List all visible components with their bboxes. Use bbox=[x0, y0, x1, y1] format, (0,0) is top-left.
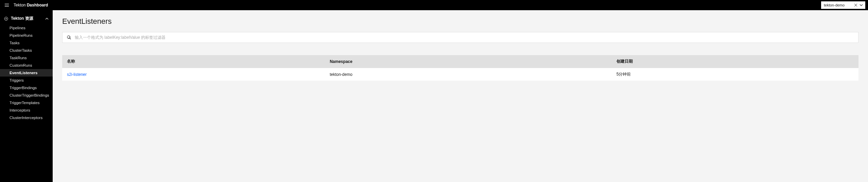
sidebar-item-label: TriggerBindings bbox=[10, 86, 37, 90]
sidebar-item-label: Triggers bbox=[10, 78, 24, 82]
sidebar: Tekton 资源 PipelinesPipelineRunsTasksClus… bbox=[0, 10, 53, 182]
sidebar-nav: PipelinesPipelineRunsTasksClusterTasksTa… bbox=[0, 24, 53, 121]
sidebar-item-pipelines[interactable]: Pipelines bbox=[0, 24, 53, 32]
column-header-name: 名称 bbox=[62, 55, 325, 68]
menu-toggle-button[interactable] bbox=[3, 1, 11, 9]
sidebar-item-eventlisteners[interactable]: EventListeners bbox=[0, 69, 53, 77]
cell-created: 5分钟前 bbox=[612, 68, 858, 81]
sidebar-item-label: ClusterTasks bbox=[10, 48, 32, 52]
sidebar-item-interceptors[interactable]: Interceptors bbox=[0, 106, 53, 114]
sidebar-item-tasks[interactable]: Tasks bbox=[0, 39, 53, 47]
sidebar-item-triggerbindings[interactable]: TriggerBindings bbox=[0, 84, 53, 92]
search-icon bbox=[67, 35, 71, 40]
table-header-row: 名称 Namespace 创建日期 bbox=[62, 55, 858, 68]
resource-table: 名称 Namespace 创建日期 s2i-listenertekton-dem… bbox=[62, 55, 858, 81]
sidebar-item-clusterinterceptors[interactable]: ClusterInterceptors bbox=[0, 114, 53, 121]
namespace-dropdown-button[interactable] bbox=[858, 4, 864, 6]
top-bar: Tekton Dashboard tekton-demo bbox=[0, 0, 868, 10]
column-header-created: 创建日期 bbox=[612, 55, 858, 68]
cell-name: s2i-listener bbox=[62, 68, 325, 81]
clear-namespace-button[interactable] bbox=[853, 3, 858, 7]
resource-link[interactable]: s2i-listener bbox=[67, 72, 87, 77]
label-filter-input[interactable] bbox=[75, 35, 854, 40]
sidebar-section-tekton[interactable]: Tekton 资源 bbox=[0, 13, 53, 24]
sidebar-item-customruns[interactable]: CustomRuns bbox=[0, 62, 53, 69]
sidebar-item-label: TaskRuns bbox=[10, 56, 27, 60]
sidebar-item-label: ClusterTriggerBindings bbox=[10, 93, 49, 97]
cell-namespace: tekton-demo bbox=[325, 68, 611, 81]
main-content: EventListeners 名称 Namespace 创建日期 s2i-lis… bbox=[53, 10, 868, 182]
table-row: s2i-listenertekton-demo5分钟前 bbox=[62, 68, 858, 81]
namespace-value: tekton-demo bbox=[824, 3, 853, 7]
sidebar-item-label: Pipelines bbox=[10, 26, 25, 30]
column-header-namespace: Namespace bbox=[325, 55, 611, 68]
sidebar-item-label: CustomRuns bbox=[10, 63, 32, 67]
namespace-selector[interactable]: tekton-demo bbox=[821, 1, 865, 9]
tekton-icon bbox=[4, 17, 8, 21]
sidebar-item-label: Tasks bbox=[10, 41, 19, 45]
sidebar-item-label: EventListeners bbox=[10, 71, 37, 75]
sidebar-item-taskruns[interactable]: TaskRuns bbox=[0, 54, 53, 62]
sidebar-item-triggertemplates[interactable]: TriggerTemplates bbox=[0, 99, 53, 106]
sidebar-item-label: ClusterInterceptors bbox=[10, 116, 42, 120]
sidebar-item-clustertriggerbindings[interactable]: ClusterTriggerBindings bbox=[0, 92, 53, 99]
chevron-up-icon bbox=[45, 18, 49, 20]
hamburger-icon bbox=[4, 3, 9, 7]
svg-point-1 bbox=[6, 18, 7, 19]
page-title: EventListeners bbox=[62, 17, 858, 26]
brand-title: Tekton Dashboard bbox=[14, 3, 48, 7]
label-filter-search[interactable] bbox=[62, 32, 858, 43]
sidebar-item-label: Interceptors bbox=[10, 108, 30, 112]
sidebar-item-pipelineruns[interactable]: PipelineRuns bbox=[0, 32, 53, 39]
close-icon bbox=[854, 3, 857, 7]
sidebar-item-label: TriggerTemplates bbox=[10, 101, 39, 105]
sidebar-section-label: Tekton 资源 bbox=[11, 16, 33, 21]
sidebar-item-clustertasks[interactable]: ClusterTasks bbox=[0, 47, 53, 54]
chevron-down-icon bbox=[860, 4, 863, 6]
sidebar-item-triggers[interactable]: Triggers bbox=[0, 77, 53, 84]
sidebar-item-label: PipelineRuns bbox=[10, 33, 33, 37]
